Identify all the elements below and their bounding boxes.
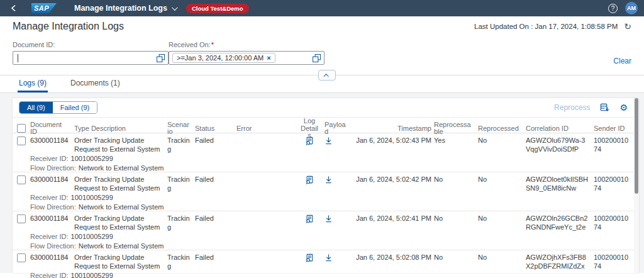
- remove-token-icon[interactable]: ×: [267, 54, 270, 62]
- sender-id-cell: 10020001074: [594, 253, 634, 270]
- reprocessed-cell: No: [478, 253, 526, 270]
- receiver-id-label: Receiver ID:: [30, 194, 69, 201]
- status-cell: Failed: [195, 136, 236, 153]
- segment-all[interactable]: All (9): [19, 102, 53, 113]
- row-checkbox[interactable]: [17, 214, 26, 223]
- col-reprocessable: Reprocessable: [434, 121, 478, 136]
- type-description-cell: Order Tracking Update Request to Externa…: [74, 214, 167, 231]
- shellbar: SAP Manage Integration Logs Cloud Test&D…: [0, 0, 644, 16]
- sap-logo-text: SAP: [34, 4, 49, 12]
- flow-direction-label: Flow Direction:: [30, 203, 76, 211]
- timestamp-cell: Jan 6, 2024, 5:02:42 PM: [353, 175, 434, 192]
- payload-download-icon[interactable]: [325, 214, 353, 231]
- status-cell: Failed: [195, 214, 236, 231]
- timestamp-cell: Jan 6, 2024, 5:02:41 PM: [353, 214, 434, 231]
- col-error: Error: [236, 125, 299, 133]
- sap-logo[interactable]: SAP: [31, 3, 57, 14]
- value-help-icon[interactable]: [313, 54, 321, 62]
- tab-logs[interactable]: Logs (9): [18, 79, 48, 92]
- flow-direction-value: Network to External System: [79, 242, 164, 250]
- receiver-id-label: Receiver ID:: [30, 272, 69, 278]
- timestamp-cell: Jan 6, 2024, 5:02:43 PM: [353, 136, 434, 153]
- settings-gear-icon[interactable]: ⚙: [619, 103, 628, 112]
- error-cell: [236, 253, 299, 270]
- last-updated-text: Last Updated On : Jan 17, 2024, 1:08:58 …: [474, 23, 618, 30]
- receiver-id-value: 10010005299: [71, 194, 113, 201]
- row-checkbox[interactable]: [17, 253, 26, 262]
- chevron-up-icon: [323, 74, 328, 79]
- export-icon[interactable]: [600, 103, 609, 113]
- environment-badge: Cloud Test&Demo: [186, 4, 249, 13]
- text-cursor: [18, 54, 18, 62]
- receiver-id-value: 10010005299: [71, 272, 113, 278]
- flow-direction-value: Network to External System: [79, 164, 164, 172]
- type-description-cell: Order Tracking Update Request to Externa…: [74, 136, 167, 153]
- filter-token-text: >=Jan 3, 2024, 12:00:00 AM: [177, 54, 264, 62]
- tab-documents[interactable]: Documents (1): [69, 79, 121, 92]
- vertical-scrollbar[interactable]: [634, 98, 639, 273]
- table-toolbar: All (9) Failed (9) Reprocess ⚙: [13, 98, 639, 117]
- table-row: 6300001184 Order Tracking Update Request…: [13, 133, 639, 172]
- col-correlation-id: Correlation ID: [526, 125, 594, 133]
- refresh-icon[interactable]: ↻: [624, 22, 631, 31]
- status-cell: Failed: [195, 175, 236, 192]
- col-type-description: Type Description: [74, 125, 167, 133]
- reprocessable-cell: Yes: [434, 136, 478, 153]
- col-status: Status: [195, 125, 236, 133]
- scrollbar-thumb[interactable]: [635, 98, 638, 194]
- document-id-input[interactable]: [13, 51, 169, 65]
- correlation-id-cell: AGWZOjhXFs3FB8X2pDBFZRMIZdZx: [526, 253, 594, 270]
- filter-token[interactable]: >=Jan 3, 2024, 12:00:00 AM ×: [172, 53, 275, 63]
- back-button[interactable]: [6, 4, 20, 12]
- payload-download-icon[interactable]: [325, 175, 353, 192]
- log-details-icon[interactable]: [299, 175, 325, 192]
- table-row: 6300001184 Order Tracking Update Request…: [13, 211, 639, 250]
- receiver-id-value: 10010005299: [71, 233, 113, 240]
- error-cell: [236, 175, 299, 192]
- error-cell: [236, 136, 299, 153]
- chevron-down-icon: [172, 4, 178, 11]
- col-reprocessed: Reprocessed: [478, 125, 526, 133]
- type-description-cell: Order Tracking Update Request to Externa…: [74, 175, 167, 192]
- help-icon[interactable]: ?: [608, 4, 618, 13]
- received-on-input[interactable]: >=Jan 3, 2024, 12:00:00 AM ×: [169, 51, 325, 65]
- segment-failed[interactable]: Failed (9): [53, 102, 97, 113]
- correlation-id-cell: AGWZOlu679Wa-3VqgVVivDoiSDfP: [526, 136, 594, 153]
- scenario-cell: Tracking: [167, 253, 195, 270]
- document-id-label: Document ID:: [13, 41, 169, 48]
- document-id-cell: 6300001184: [30, 253, 74, 270]
- receiver-id-label: Receiver ID:: [30, 233, 69, 240]
- collapse-filter-button[interactable]: [318, 70, 336, 81]
- app-title: Manage Integration Logs: [74, 4, 167, 13]
- reprocessed-cell: No: [478, 175, 526, 192]
- table-header-row: Document ID Type Description Scenario St…: [13, 117, 634, 133]
- status-segmented-control: All (9) Failed (9): [19, 101, 97, 114]
- table-row: 6300001184 Order Tracking Update Request…: [13, 250, 639, 278]
- status-cell: Failed: [195, 253, 236, 270]
- required-marker: *: [211, 41, 214, 48]
- reprocessable-cell: No: [434, 214, 478, 231]
- scenario-cell: Tracking: [167, 214, 195, 231]
- page-title: Manage Integration Logs: [13, 21, 124, 32]
- correlation-id-cell: AGWZOloet0kIlSBHSN9_0EM8icNw: [526, 175, 594, 192]
- avatar[interactable]: AM: [625, 2, 638, 14]
- row-checkbox[interactable]: [17, 136, 26, 145]
- reprocessed-cell: No: [478, 136, 526, 153]
- col-timestamp: Timestamp: [353, 125, 434, 133]
- error-cell: [236, 214, 299, 231]
- payload-download-icon[interactable]: [325, 253, 353, 270]
- select-all-checkbox[interactable]: [17, 124, 26, 133]
- row-checkbox[interactable]: [17, 175, 26, 184]
- reprocess-button[interactable]: Reprocess: [554, 103, 590, 112]
- payload-download-icon[interactable]: [325, 136, 353, 153]
- sender-id-cell: 10020001074: [594, 136, 634, 153]
- log-details-icon[interactable]: [299, 136, 325, 153]
- sender-id-cell: 10020001074: [594, 214, 634, 231]
- app-title-menu[interactable]: Manage Integration Logs: [74, 4, 176, 13]
- clear-button[interactable]: Clear: [613, 57, 631, 65]
- value-help-icon[interactable]: [157, 54, 165, 62]
- log-details-icon[interactable]: [299, 253, 325, 270]
- document-id-cell: 6300001184: [30, 136, 74, 153]
- scenario-cell: Tracking: [167, 136, 195, 153]
- log-details-icon[interactable]: [299, 214, 325, 231]
